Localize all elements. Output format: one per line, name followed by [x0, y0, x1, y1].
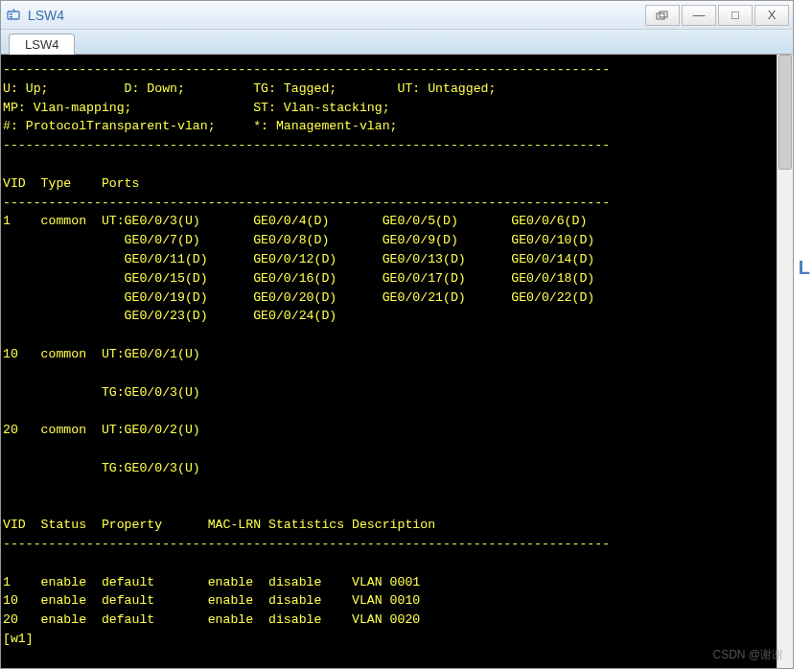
- terminal-wrapper: ----------------------------------------…: [1, 55, 793, 668]
- svg-rect-2: [10, 16, 12, 18]
- background-letter: L: [799, 257, 810, 279]
- svg-rect-1: [10, 13, 12, 15]
- window-extra-button[interactable]: [645, 5, 680, 26]
- svg-rect-4: [660, 12, 667, 17]
- svg-rect-0: [8, 12, 19, 19]
- tab-lsw4[interactable]: LSW4: [9, 34, 75, 55]
- watermark-text: CSDN @谢谢: [712, 647, 783, 663]
- close-button[interactable]: X: [754, 5, 789, 26]
- scrollbar[interactable]: [777, 55, 793, 668]
- scrollbar-thumb[interactable]: [778, 55, 792, 170]
- minimize-button[interactable]: —: [682, 5, 716, 26]
- terminal-output[interactable]: ----------------------------------------…: [1, 55, 777, 668]
- titlebar[interactable]: LSW4 — □ X: [1, 1, 793, 30]
- background-strip: [794, 0, 812, 669]
- tabbar: LSW4: [1, 30, 793, 55]
- app-icon: [5, 7, 22, 24]
- svg-rect-3: [657, 13, 664, 19]
- app-window: LSW4 — □ X LSW4 ------------------------…: [0, 0, 794, 669]
- maximize-button[interactable]: □: [718, 5, 753, 26]
- window-title: LSW4: [28, 8, 645, 23]
- window-controls: — □ X: [645, 5, 789, 26]
